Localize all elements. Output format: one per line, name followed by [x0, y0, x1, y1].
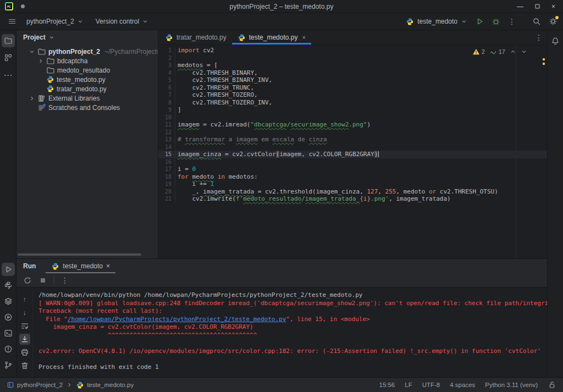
code-line[interactable]: 19 i += 1	[158, 180, 547, 188]
version-control-tool-button[interactable]	[2, 358, 15, 372]
python-icon	[46, 85, 54, 93]
soft-wrap-button[interactable]	[19, 321, 30, 332]
tab-options-button[interactable]: ⋮	[535, 33, 543, 42]
console-options-button[interactable]: ⋮	[61, 276, 69, 285]
tree-item-bdcaptcha[interactable]: bdcaptcha	[16, 56, 158, 65]
console-output[interactable]: /home/lowpan/venv/bin/python /home/lowpa…	[33, 288, 547, 377]
python-packages-tool-button[interactable]	[2, 279, 15, 292]
pycharm-logo-icon: PC	[5, 2, 13, 10]
chevron-down-icon[interactable]	[29, 48, 35, 55]
code-line[interactable]: 18for medoto in medotos:	[158, 173, 547, 181]
code-line[interactable]: 14	[158, 143, 547, 151]
tree-item-scratches-and-consoles[interactable]: Scratches and Consoles	[16, 103, 158, 112]
status-item[interactable]: LF	[405, 382, 412, 388]
scratches-icon	[37, 103, 46, 112]
tree-item-external-libraries[interactable]: External Libraries	[16, 93, 158, 103]
tree-item-pythonproject-2[interactable]: pythonProject_2~/PycharmProjects/pythonP…	[16, 47, 158, 56]
project-widget-button[interactable]: pythonProject_2	[22, 16, 88, 27]
editor-tab-label: tratar_medoto.py	[176, 34, 227, 41]
code-line[interactable]: 4 cv2.THRESH_BINARY,	[158, 69, 547, 77]
editor-tab-teste-medoto-py[interactable]: teste_medoto.py×	[232, 30, 311, 45]
close-tab-icon[interactable]: ×	[302, 34, 305, 41]
terminal-tool-button[interactable]	[2, 327, 15, 340]
code-line[interactable]: 7 cv2.THRESH_TOZERO,	[158, 91, 547, 99]
vcs-widget-button[interactable]: Version control	[91, 16, 153, 27]
code-line[interactable]: 10	[158, 114, 547, 122]
tree-item-tratar-medoto-py[interactable]: tratar_medoto.py	[16, 84, 158, 93]
code-line[interactable]: 16	[158, 158, 547, 166]
status-item[interactable]: Python 3.11 (venv)	[485, 382, 538, 388]
code-text: cv2.THRESH_TOZERO_INV,	[175, 99, 272, 107]
close-icon[interactable]: ×	[551, 3, 555, 10]
maximize-icon[interactable]	[534, 3, 540, 9]
settings-button[interactable]	[549, 17, 558, 26]
print-button[interactable]	[19, 347, 30, 358]
code-line[interactable]: 5 cv2.THRESH_BINARY_INV,	[158, 76, 547, 84]
minimize-icon[interactable]: —	[517, 3, 523, 10]
code-line[interactable]: 3medotos = [	[158, 62, 547, 69]
more-icon: ⋯	[4, 70, 13, 80]
code-text: cv2.imwrite(f'medoto_resultado/imagem_tr…	[175, 195, 451, 203]
warnings-indicator[interactable]: 2	[472, 48, 485, 56]
code-line[interactable]: 21 cv2.imwrite(f'medoto_resultado/imagem…	[158, 195, 547, 203]
code-line[interactable]: 13# transformar a imagem em escala de ci…	[158, 136, 547, 143]
hamburger-menu-icon[interactable]	[5, 15, 19, 28]
run-configuration-selector[interactable]: teste_medoto	[406, 18, 467, 26]
python-console-tool-button[interactable]	[2, 311, 15, 324]
breadcrumb-item[interactable]: pythonProject_2	[7, 381, 63, 389]
status-item[interactable]: 4 spaces	[450, 382, 475, 388]
clear-all-button[interactable]	[19, 360, 30, 371]
services-tool-button[interactable]	[2, 295, 15, 308]
more-actions-button[interactable]: ⋮	[508, 17, 516, 26]
lock-icon[interactable]	[548, 380, 556, 389]
tree-item-label: pythonProject_2	[48, 48, 100, 56]
run-tab[interactable]: teste_medoto ×	[46, 259, 115, 273]
tree-item-label: medoto_resultado	[57, 67, 110, 74]
status-item[interactable]: 15:56	[379, 382, 395, 388]
chevron-right-icon	[66, 382, 73, 388]
code-line[interactable]: 11imagem = cv2.imread("dbcaptcga/securim…	[158, 121, 547, 129]
code-line[interactable]: 9]	[158, 106, 547, 114]
typos-indicator[interactable]: 17	[489, 48, 505, 56]
right-tool-rail	[547, 30, 563, 377]
code-line[interactable]: 6 cv2.THRESH_TRUNC,	[158, 84, 547, 92]
line-number: 12	[158, 129, 172, 136]
structure-tool-button[interactable]	[2, 51, 15, 64]
project-tool-button[interactable]	[2, 34, 15, 47]
run-button[interactable]	[475, 17, 484, 26]
code-editor[interactable]: 1import cv223medotos = [4 cv2.THRESH_BIN…	[158, 45, 547, 258]
down-stacktrace-button[interactable]: ↓	[19, 307, 30, 318]
rerun-button[interactable]	[23, 276, 32, 285]
search-everywhere-button[interactable]	[532, 17, 541, 26]
notifications-button[interactable]	[549, 35, 562, 48]
code-line[interactable]: 8 cv2.THRESH_TOZERO_INV,	[158, 99, 547, 107]
prev-problem-button[interactable]	[510, 48, 516, 55]
problems-tool-button[interactable]	[2, 343, 15, 356]
breadcrumb-item[interactable]: teste_medoto.py	[76, 381, 134, 389]
status-item[interactable]: UTF-8	[422, 382, 440, 388]
line-number: 6	[158, 84, 172, 92]
code-line[interactable]: 17i = 0	[158, 165, 547, 173]
up-stacktrace-button[interactable]: ↑	[19, 294, 30, 305]
titlebar: PC pythonProject_2 – teste_medoto.py — ×	[0, 0, 563, 13]
stacktrace-link[interactable]: /home/lowpan/PycharmProjects/pythonProje…	[68, 316, 286, 323]
code-line[interactable]: 20 _, imagem_tratada = cv2.threshold(ima…	[158, 188, 547, 196]
scroll-to-end-button[interactable]	[19, 334, 30, 345]
stop-button[interactable]	[38, 276, 47, 285]
inspections-widget[interactable]: 2 17	[472, 48, 527, 56]
more-tools-button[interactable]: ⋯	[2, 68, 15, 81]
code-line[interactable]: 15imagem_cinza = cv2.cvtColor(imagem, cv…	[158, 151, 547, 158]
editor-tab-tratar-medoto-py[interactable]: tratar_medoto.py	[159, 30, 232, 45]
debug-button[interactable]	[492, 17, 500, 26]
horizontal-scrollbar[interactable]	[18, 253, 141, 256]
run-tool-button[interactable]	[2, 263, 15, 276]
close-run-tab-icon[interactable]: ×	[106, 262, 110, 270]
chevron-right-icon[interactable]	[37, 58, 44, 64]
tree-item-medoto-resultado[interactable]: medoto_resultado	[16, 65, 158, 75]
project-panel-header[interactable]: Project	[16, 30, 158, 45]
tree-item-teste-medoto-py[interactable]: teste_medoto.py	[16, 75, 158, 84]
next-problem-button[interactable]	[521, 48, 527, 55]
console-line: ^^^^^^^^^^^^^^^^^^^^^^^^^^^^^^^^^^^^^^^^…	[38, 332, 257, 339]
chevron-right-icon[interactable]	[29, 95, 35, 102]
code-line[interactable]: 12	[158, 129, 547, 136]
